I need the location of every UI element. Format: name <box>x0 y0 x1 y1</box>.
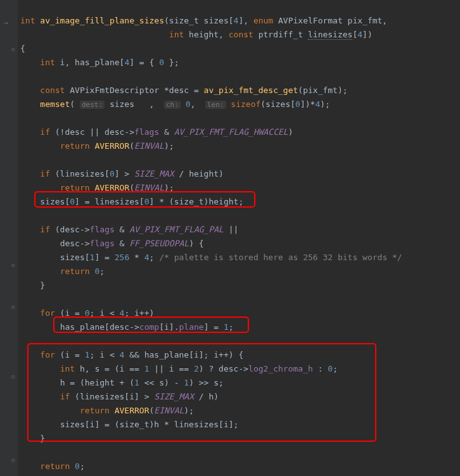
override-icon: ⇢ <box>4 16 8 30</box>
code-line: if (linesizes[i] > SIZE_MAX / h) <box>20 390 219 404</box>
fold-icon[interactable]: ⊟ <box>11 258 15 272</box>
code-line: for (i = 1; i < 4 && has_plane[i]; i++) … <box>20 348 243 362</box>
code-line: has_plane[desc->comp[i].plane] = 1; <box>20 320 234 334</box>
code-line: int i, has_plane[4] = { 0 }; <box>20 56 179 70</box>
code-line: const AVPixFmtDescriptor *desc = av_pix_… <box>20 84 348 97</box>
code-line: { <box>20 42 25 56</box>
code-line: } <box>20 279 45 292</box>
code-line: return AVERROR(EINVAL); <box>20 181 174 195</box>
code-line: memset( dest: sizes , ch: 0, len: sizeof… <box>20 97 330 112</box>
code-line: if (linesizes[0] > SIZE_MAX / height) <box>20 167 224 181</box>
code-line: return 0; <box>20 460 85 473</box>
fold-icon[interactable]: ⊡ <box>11 300 15 314</box>
code-line: sizes[0] = linesizes[0] * (size_t)height… <box>20 195 243 209</box>
code-line: int h, s = (i == 1 || i == 2) ? desc->lo… <box>20 362 338 376</box>
gutter: ⇢ ⊟ ⊟ ⊡ ⊟ ⊡ <box>0 0 18 476</box>
code-line: } <box>20 432 45 446</box>
code-line: return AVERROR(EINVAL); <box>20 139 174 153</box>
code-line: int height, const ptrdiff_t linesizes[4]… <box>20 28 373 42</box>
code-line: sizes[1] = 256 * 4; /* palette is stored… <box>20 251 402 265</box>
code-line: sizes[i] = (size_t)h * linesizes[i]; <box>20 418 238 432</box>
code-line: desc->flags & FF_PSEUDOPAL) { <box>20 237 204 251</box>
fold-icon[interactable]: ⊡ <box>11 453 15 467</box>
fold-icon[interactable]: ⊟ <box>11 370 15 384</box>
code-line: return AVERROR(EINVAL); <box>20 404 194 418</box>
code-line: int av_image_fill_plane_sizes(size_t siz… <box>20 14 387 28</box>
code-line: } <box>20 473 25 476</box>
code-line: for (i = 0; i < 4; i++) <box>20 306 154 320</box>
code-line: if (desc->flags & AV_PIX_FMT_FLAG_PAL || <box>20 223 238 237</box>
code-line: if (!desc || desc->flags & AV_PIX_FMT_FL… <box>20 125 293 139</box>
code-line: h = (height + (1 << s) - 1) >> s; <box>20 376 224 390</box>
code-line: return 0; <box>20 265 105 279</box>
fold-icon[interactable]: ⊟ <box>11 42 15 56</box>
